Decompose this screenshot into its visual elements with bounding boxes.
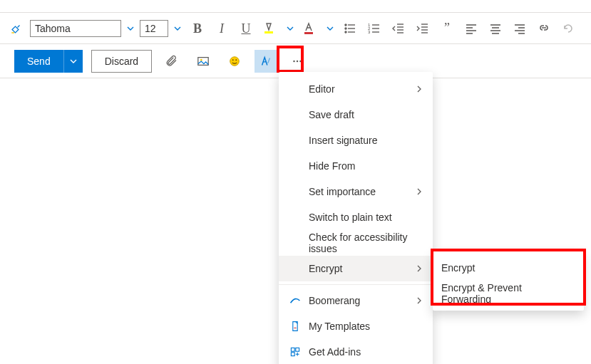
font-size-input[interactable] — [140, 20, 168, 37]
discard-button[interactable]: Discard — [91, 50, 152, 73]
menu-item-label: Check for accessibility issues — [309, 232, 423, 254]
font-name-dropdown-icon[interactable] — [124, 18, 137, 39]
svg-rect-0 — [264, 31, 273, 33]
insert-picture-icon[interactable] — [192, 50, 215, 73]
menu-item-label: Hide From — [309, 160, 355, 172]
submenu-item-label: Encrypt & Prevent Forwarding — [441, 282, 574, 305]
highlight-color-dropdown-icon[interactable] — [284, 18, 297, 39]
templates-icon — [289, 321, 302, 332]
boomerang-icon — [289, 295, 302, 306]
menu-item-encrypt[interactable]: Encrypt — [279, 256, 433, 281]
menu-item-get-addins[interactable]: Get Add-ins — [279, 339, 433, 364]
formatting-toggle-icon[interactable] — [255, 50, 277, 73]
quote-button[interactable]: ” — [436, 18, 458, 39]
menu-item-switch-plain-text[interactable]: Switch to plain text — [279, 204, 433, 230]
svg-point-41 — [297, 60, 299, 62]
svg-rect-35 — [198, 57, 208, 65]
svg-point-42 — [299, 60, 302, 62]
underline-button[interactable]: U — [235, 18, 257, 39]
menu-item-set-importance[interactable]: Set importance — [279, 179, 433, 204]
menu-item-label: Save draft — [309, 109, 354, 120]
addins-icon — [289, 346, 302, 358]
menu-item-label: My Templates — [309, 321, 370, 332]
insert-link-button[interactable] — [533, 18, 555, 39]
font-size-dropdown-icon[interactable] — [171, 18, 184, 39]
bullet-list-button[interactable] — [339, 18, 361, 39]
menu-item-label: Get Add-ins — [309, 346, 361, 358]
format-painter-icon[interactable] — [6, 18, 27, 39]
svg-point-39 — [236, 59, 237, 61]
more-options-button[interactable] — [286, 50, 309, 73]
attach-icon[interactable] — [160, 50, 183, 73]
font-color-dropdown-icon[interactable] — [324, 18, 336, 39]
increase-indent-button[interactable] — [412, 18, 433, 39]
send-split-button: Send — [14, 50, 83, 73]
align-right-button[interactable] — [509, 18, 530, 39]
svg-rect-1 — [304, 32, 313, 34]
svg-point-36 — [200, 58, 202, 61]
more-options-menu: Editor Save draft Insert signature Hide … — [279, 72, 433, 364]
chevron-right-icon — [416, 85, 423, 93]
italic-button[interactable]: I — [211, 18, 232, 39]
menu-item-hide-from[interactable]: Hide From — [279, 153, 433, 179]
svg-point-40 — [293, 60, 295, 62]
chevron-right-icon — [416, 188, 423, 195]
menu-item-boomerang[interactable]: Boomerang — [279, 288, 433, 313]
decrease-indent-button[interactable] — [388, 18, 409, 39]
svg-point-37 — [230, 56, 240, 66]
menu-item-my-templates[interactable]: My Templates — [279, 313, 433, 339]
submenu-item-encrypt[interactable]: Encrypt — [433, 255, 584, 281]
svg-rect-44 — [291, 348, 294, 351]
encrypt-submenu: Encrypt Encrypt & Prevent Forwarding — [433, 251, 584, 311]
menu-item-label: Insert signature — [309, 135, 378, 146]
chevron-right-icon — [416, 265, 423, 272]
bold-button[interactable]: B — [187, 18, 208, 39]
menu-item-label: Switch to plain text — [309, 212, 392, 223]
menu-item-insert-signature[interactable]: Insert signature — [279, 128, 433, 153]
formatting-toolbar: B I U 1 2 3 — [0, 13, 591, 44]
emoji-icon[interactable] — [223, 50, 246, 73]
font-name-input[interactable] — [30, 20, 121, 37]
font-color-button[interactable] — [299, 18, 321, 39]
align-left-button[interactable] — [461, 18, 482, 39]
align-center-button[interactable] — [485, 18, 506, 39]
menu-item-save-draft[interactable]: Save draft — [279, 102, 433, 128]
highlight-color-button[interactable] — [259, 18, 281, 39]
svg-point-2 — [345, 24, 346, 26]
submenu-item-label: Encrypt — [441, 262, 475, 274]
svg-rect-46 — [291, 353, 294, 356]
chevron-right-icon — [416, 297, 423, 304]
menu-item-label: Boomerang — [309, 295, 360, 306]
numbered-list-button[interactable]: 1 2 3 — [364, 18, 385, 39]
menu-item-label: Editor — [309, 83, 335, 95]
svg-point-38 — [232, 59, 234, 61]
send-button[interactable]: Send — [14, 50, 64, 73]
menu-item-label: Set importance — [309, 186, 376, 197]
menu-item-accessibility-check[interactable]: Check for accessibility issues — [279, 230, 433, 256]
svg-text:3: 3 — [368, 30, 371, 34]
svg-rect-45 — [296, 348, 299, 351]
svg-point-4 — [345, 28, 346, 29]
send-dropdown-button[interactable] — [64, 50, 83, 73]
menu-item-editor[interactable]: Editor — [279, 76, 433, 102]
menu-item-label: Encrypt — [309, 263, 342, 274]
menu-separator — [279, 284, 433, 285]
svg-point-6 — [345, 31, 346, 33]
submenu-item-encrypt-prevent-forwarding[interactable]: Encrypt & Prevent Forwarding — [433, 281, 584, 306]
undo-button[interactable] — [557, 18, 579, 39]
